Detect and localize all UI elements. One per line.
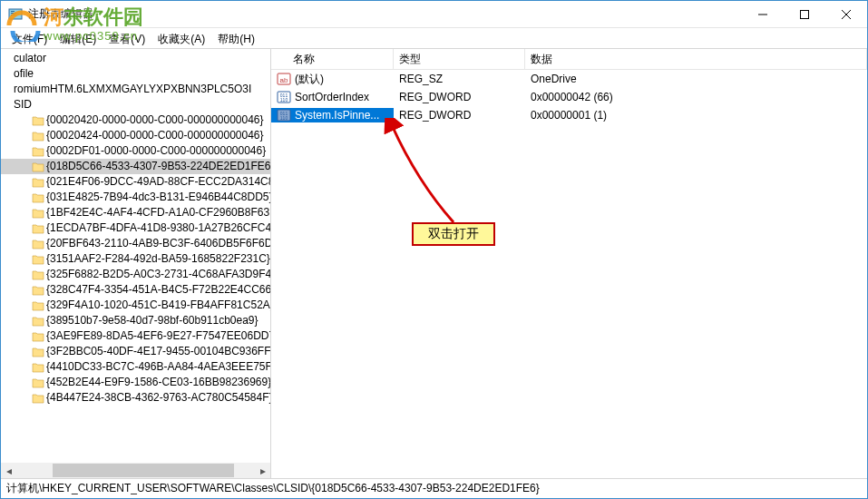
folder-icon bbox=[32, 269, 44, 281]
annotation-callout: 双击打开 bbox=[412, 222, 495, 246]
tree-item-label: SID bbox=[14, 97, 32, 113]
minimize-button[interactable] bbox=[742, 1, 784, 27]
tree-item-label: {3151AAF2-F284-492d-BA59-1685822F231C} bbox=[46, 251, 270, 267]
tree-item-label: {00020424-0000-0000-C000-000000000046} bbox=[46, 128, 264, 143]
tree-item[interactable]: culator bbox=[1, 51, 270, 66]
tree-item-label: {3F2BBC05-40DF-4E17-9455-00104BC936FF} bbox=[46, 344, 270, 359]
col-header-type[interactable]: 类型 bbox=[394, 49, 525, 69]
tree-item[interactable]: {0002DF01-0000-0000-C000-000000000046} bbox=[1, 143, 270, 159]
tree-item[interactable]: {3F2BBC05-40DF-4E17-9455-00104BC936FF} bbox=[1, 344, 270, 359]
close-button[interactable] bbox=[825, 1, 867, 27]
svg-text:110: 110 bbox=[280, 97, 288, 103]
list-row[interactable]: 011110System.IsPinne...REG_DWORD0x000000… bbox=[271, 106, 867, 124]
scroll-thumb[interactable] bbox=[53, 464, 234, 477]
value-name: SortOrderIndex bbox=[295, 91, 369, 103]
tree-item[interactable]: {3AE9FE89-8DA5-4EF6-9E27-F7547EE06DD7} bbox=[1, 328, 270, 344]
value-name: System.IsPinne... bbox=[295, 109, 379, 122]
tree-item-label: {4410DC33-BC7C-496B-AA84-4AEA3EEE75F7} bbox=[46, 359, 270, 375]
tree-item[interactable]: {325F6882-B2D5-A0C3-2731-4C68AFA3D9F4} bbox=[1, 267, 270, 282]
tree-item-label: {325F6882-B2D5-A0C3-2731-4C68AFA3D9F4} bbox=[46, 267, 270, 282]
tree-item[interactable]: {00020424-0000-0000-C000-000000000046} bbox=[1, 128, 270, 143]
tree-item[interactable]: {4B447E24-38CB-4362-9763-AC780C54584F} bbox=[1, 390, 270, 406]
folder-icon bbox=[32, 392, 44, 405]
folder-icon bbox=[32, 377, 44, 389]
tree-panel[interactable]: culatorofileromiumHTM.6LXMXMGAYLYXPXBNN3… bbox=[1, 49, 271, 478]
value-data: OneDrive bbox=[525, 73, 867, 85]
folder-icon bbox=[32, 207, 44, 220]
tree-item[interactable]: {20FBF643-2110-4AB9-BC3F-6406DB5F6F6D} bbox=[1, 236, 270, 251]
list-row[interactable]: ab(默认)REG_SZOneDrive bbox=[271, 70, 867, 88]
svg-rect-0 bbox=[9, 9, 22, 19]
app-icon bbox=[8, 7, 23, 22]
tree-item-label: {0002DF01-0000-0000-C000-000000000046} bbox=[46, 143, 266, 159]
tree-item-label: {021E4F06-9DCC-49AD-88CF-ECC2DA314C8A} bbox=[46, 174, 270, 190]
tree-item[interactable]: {4410DC33-BC7C-496B-AA84-4AEA3EEE75F7} bbox=[1, 359, 270, 375]
svg-text:ab: ab bbox=[280, 76, 288, 84]
tree-item[interactable]: {328C47F4-3354-451A-B4C5-F72B22E4CC66} bbox=[1, 282, 270, 298]
folder-icon bbox=[32, 114, 44, 127]
list-header[interactable]: 名称 类型 数据 bbox=[271, 49, 867, 70]
tree-item[interactable]: {1BF42E4C-4AF4-4CFD-A1A0-CF2960B8F63E} bbox=[1, 205, 270, 220]
tree-item[interactable]: {452B2E44-E9F9-1586-CE03-16BB98236969} bbox=[1, 375, 270, 390]
tree-item-label: {4B447E24-38CB-4362-9763-AC780C54584F} bbox=[46, 390, 270, 406]
title-bar: 注册表编辑器 bbox=[1, 1, 867, 28]
folder-icon bbox=[32, 346, 44, 358]
value-type: REG_DWORD bbox=[394, 91, 525, 103]
tree-item[interactable]: {018D5C66-4533-4307-9B53-224DE2ED1FE6} bbox=[1, 159, 270, 174]
folder-icon bbox=[32, 299, 44, 312]
value-name: (默认) bbox=[295, 72, 324, 87]
tree-item-label: {1BF42E4C-4AF4-4CFD-A1A0-CF2960B8F63E} bbox=[46, 205, 270, 220]
tree-item[interactable]: SID bbox=[1, 97, 270, 113]
list-row[interactable]: 011110SortOrderIndexREG_DWORD0x00000042 … bbox=[271, 88, 867, 106]
menu-favorites[interactable]: 收藏夹(A) bbox=[152, 30, 210, 49]
menu-view[interactable]: 查看(V) bbox=[103, 30, 151, 49]
tree-item-label: romiumHTM.6LXMXMGAYLYXPXBNN3PLC5O3I bbox=[14, 82, 251, 97]
list-panel[interactable]: 名称 类型 数据 ab(默认)REG_SZOneDrive011110SortO… bbox=[271, 49, 867, 478]
scroll-right-button[interactable]: ▸ bbox=[255, 463, 270, 478]
status-bar: 计算机\HKEY_CURRENT_USER\SOFTWARE\Classes\C… bbox=[1, 478, 867, 498]
horizontal-scrollbar[interactable]: ◂ ▸ bbox=[1, 463, 270, 478]
tree-item-label: {018D5C66-4533-4307-9B53-224DE2ED1FE6} bbox=[46, 159, 270, 174]
folder-icon bbox=[32, 222, 44, 235]
tree-item-label: {3AE9FE89-8DA5-4EF6-9E27-F7547EE06DD7} bbox=[46, 328, 270, 344]
tree-item-label: {031E4825-7B94-4dc3-B131-E946B44C8DD5} bbox=[46, 190, 270, 205]
col-header-name[interactable]: 名称 bbox=[293, 52, 315, 67]
col-header-data[interactable]: 数据 bbox=[525, 49, 867, 69]
value-type: REG_SZ bbox=[394, 73, 525, 85]
binary-value-icon: 011110 bbox=[277, 108, 291, 122]
menu-edit[interactable]: 编辑(E) bbox=[54, 30, 102, 49]
svg-rect-3 bbox=[11, 15, 15, 15]
string-value-icon: ab bbox=[277, 72, 291, 86]
tree-item[interactable]: {389510b7-9e58-40d7-98bf-60b911cb0ea9} bbox=[1, 313, 270, 328]
menu-bar: 文件(F) 编辑(E) 查看(V) 收藏夹(A) 帮助(H) bbox=[1, 28, 867, 48]
annotation-text: 双击打开 bbox=[428, 226, 479, 242]
tree-item-label: ofile bbox=[14, 66, 34, 82]
tree-item[interactable]: {3151AAF2-F284-492d-BA59-1685822F231C} bbox=[1, 251, 270, 267]
menu-file[interactable]: 文件(F) bbox=[6, 30, 53, 49]
tree-item[interactable]: {1ECDA7BF-4DFA-41D8-9380-1A27B26CFC41} bbox=[1, 220, 270, 236]
scroll-left-button[interactable]: ◂ bbox=[1, 463, 16, 478]
tree-item-label: {1ECDA7BF-4DFA-41D8-9380-1A27B26CFC41} bbox=[46, 220, 270, 236]
tree-item[interactable]: {021E4F06-9DCC-49AD-88CF-ECC2DA314C8A} bbox=[1, 174, 270, 190]
tree-item-label: {328C47F4-3354-451A-B4C5-F72B22E4CC66} bbox=[46, 282, 270, 298]
tree-item-label: {20FBF643-2110-4AB9-BC3F-6406DB5F6F6D} bbox=[46, 236, 270, 251]
folder-icon bbox=[32, 191, 44, 204]
value-type: REG_DWORD bbox=[394, 109, 525, 122]
folder-icon bbox=[32, 238, 44, 250]
binary-value-icon: 011110 bbox=[277, 90, 291, 104]
folder-icon bbox=[32, 284, 44, 297]
tree-item-label: {00020420-0000-0000-C000-000000000046} bbox=[46, 113, 264, 128]
value-data: 0x00000001 (1) bbox=[525, 109, 867, 122]
folder-icon bbox=[32, 330, 44, 343]
tree-item[interactable]: {329F4A10-1020-451C-B419-FB4AFF81C52A} bbox=[1, 298, 270, 313]
tree-item[interactable]: {031E4825-7B94-4dc3-B131-E946B44C8DD5} bbox=[1, 190, 270, 205]
folder-icon bbox=[32, 315, 44, 328]
folder-icon bbox=[32, 253, 44, 266]
value-data: 0x00000042 (66) bbox=[525, 91, 867, 103]
tree-item[interactable]: romiumHTM.6LXMXMGAYLYXPXBNN3PLC5O3I bbox=[1, 82, 270, 97]
tree-item[interactable]: ofile bbox=[1, 66, 270, 82]
maximize-button[interactable] bbox=[784, 1, 825, 27]
svg-rect-2 bbox=[11, 13, 16, 14]
menu-help[interactable]: 帮助(H) bbox=[212, 30, 260, 49]
tree-item[interactable]: {00020420-0000-0000-C000-000000000046} bbox=[1, 113, 270, 128]
